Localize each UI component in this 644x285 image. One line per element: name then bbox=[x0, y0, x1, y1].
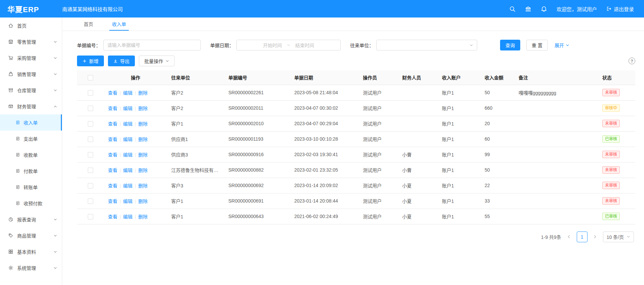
edit-link[interactable]: 编辑 bbox=[123, 199, 132, 204]
divider bbox=[120, 122, 120, 126]
sidebar-item-home[interactable]: 首页 bbox=[0, 17, 62, 34]
cell-date: 2023-01-14 20:09:02 bbox=[290, 178, 359, 193]
table-row: 查看编辑删除 客户1 SR00000000643 2021-06-02 00:2… bbox=[77, 209, 635, 224]
doc-no-input[interactable] bbox=[103, 40, 201, 50]
tab-home[interactable]: 首页 bbox=[81, 17, 96, 31]
view-link[interactable]: 查看 bbox=[108, 214, 117, 219]
sidebar-item-label: 仓库管理 bbox=[17, 87, 50, 94]
reset-button[interactable]: 重 置 bbox=[526, 40, 548, 50]
edit-link[interactable]: 编辑 bbox=[123, 183, 132, 188]
add-button[interactable]: 新增 bbox=[77, 56, 104, 66]
cell-account: 账户1 bbox=[438, 116, 481, 131]
delete-link[interactable]: 删除 bbox=[138, 106, 148, 111]
expand-label: 展开 bbox=[555, 42, 564, 48]
sidebar-item-system[interactable]: 系统管理 bbox=[0, 260, 62, 276]
page: { "colors": { "primary": "#1890ff", "sta… bbox=[0, 0, 644, 285]
partner-select[interactable] bbox=[376, 40, 477, 50]
tab-income[interactable]: 收入单 bbox=[109, 17, 129, 31]
row-checkbox[interactable] bbox=[88, 137, 93, 142]
table-row: 查看编辑删除 客户3 SR00000000692 2023-01-14 20:0… bbox=[77, 178, 635, 193]
sidebar-item-reports[interactable]: 报表查询 bbox=[0, 211, 62, 227]
view-link[interactable]: 查看 bbox=[108, 90, 117, 96]
row-checkbox[interactable] bbox=[88, 152, 93, 157]
row-checkbox[interactable] bbox=[88, 199, 93, 204]
basic-data-icon bbox=[8, 249, 13, 254]
edit-link[interactable]: 编辑 bbox=[123, 152, 132, 157]
delete-link[interactable]: 删除 bbox=[138, 121, 148, 127]
prev-page-button[interactable] bbox=[565, 231, 573, 242]
view-link[interactable]: 查看 bbox=[108, 106, 117, 111]
sidebar-subitem-receipt[interactable]: 收款单 bbox=[0, 147, 62, 163]
row-checkbox[interactable] bbox=[88, 106, 93, 111]
page-size-select[interactable]: 10 条/页 bbox=[603, 231, 634, 242]
app-logo[interactable]: 华夏ERP bbox=[0, 3, 62, 14]
sidebar-item-warehouse[interactable]: 仓库管理 bbox=[0, 82, 62, 98]
delete-link[interactable]: 删除 bbox=[138, 183, 148, 188]
sidebar-subitem-transfer[interactable]: 转账单 bbox=[0, 179, 62, 195]
bell-icon[interactable] bbox=[541, 6, 547, 12]
delete-link[interactable]: 删除 bbox=[138, 152, 148, 157]
delete-link[interactable]: 删除 bbox=[138, 137, 148, 142]
sidebar-item-label: 基本资料 bbox=[17, 248, 50, 255]
delete-link[interactable]: 删除 bbox=[138, 168, 148, 173]
cell-account: 账户1 bbox=[438, 85, 481, 100]
cell-finance-staff: 小夏 bbox=[398, 209, 438, 224]
cell-date: 2023-05-08 21:48:04 bbox=[290, 85, 359, 100]
search-button[interactable]: 查询 bbox=[500, 40, 520, 50]
export-button[interactable]: 导出 bbox=[108, 56, 135, 66]
divider bbox=[120, 107, 120, 111]
next-page-button[interactable] bbox=[592, 231, 599, 242]
edit-link[interactable]: 编辑 bbox=[123, 90, 132, 96]
edit-link[interactable]: 编辑 bbox=[123, 137, 132, 142]
row-checkbox[interactable] bbox=[88, 214, 93, 219]
cell-finance-staff: 小曹 bbox=[398, 162, 438, 178]
sidebar-subitem-expense[interactable]: 支出单 bbox=[0, 131, 62, 147]
edit-link[interactable]: 编辑 bbox=[123, 214, 132, 219]
sidebar-subitem-payment[interactable]: 付款单 bbox=[0, 163, 62, 179]
logout-button[interactable]: 退出登录 bbox=[606, 5, 634, 12]
bank-icon[interactable] bbox=[525, 6, 531, 12]
row-checkbox[interactable] bbox=[88, 168, 93, 173]
sidebar-item-retail[interactable]: 零售管理 bbox=[0, 34, 62, 50]
delete-link[interactable]: 删除 bbox=[138, 90, 148, 96]
batch-actions-button[interactable]: 批量操作 bbox=[139, 56, 175, 66]
help-icon[interactable]: ? bbox=[629, 58, 635, 64]
col-header-actions: 操作 bbox=[104, 70, 167, 85]
delete-link[interactable]: 删除 bbox=[138, 214, 148, 219]
date-range-picker[interactable]: 开始时间 ~ 结束时间 bbox=[236, 40, 341, 50]
sidebar-item-purchase[interactable]: 采购管理 bbox=[0, 50, 62, 66]
divider bbox=[120, 153, 120, 157]
row-checkbox[interactable] bbox=[88, 121, 93, 127]
row-checkbox[interactable] bbox=[88, 183, 93, 188]
sidebar: 首页 零售管理 采购管理 销售管理 仓库管理 财务管理 bbox=[0, 17, 62, 285]
expand-link[interactable]: 展开 bbox=[555, 42, 569, 48]
sidebar-subitem-advance[interactable]: 收预付款 bbox=[0, 195, 62, 211]
edit-link[interactable]: 编辑 bbox=[123, 121, 132, 127]
sidebar-item-goods[interactable]: 商品管理 bbox=[0, 227, 62, 244]
edit-link[interactable]: 编辑 bbox=[123, 106, 132, 111]
sidebar-item-basic-data[interactable]: 基本资料 bbox=[0, 244, 62, 260]
search-icon[interactable] bbox=[509, 6, 516, 12]
view-link[interactable]: 查看 bbox=[108, 168, 117, 173]
cell-date: 2023-04-07 00:29:04 bbox=[290, 116, 359, 131]
edit-link[interactable]: 编辑 bbox=[123, 168, 132, 173]
chevron-up-icon bbox=[53, 105, 57, 108]
cell-doc-no: SR00000000692 bbox=[224, 178, 290, 193]
batch-label: 批量操作 bbox=[144, 58, 163, 64]
view-link[interactable]: 查看 bbox=[108, 121, 117, 127]
select-all-checkbox[interactable] bbox=[88, 75, 93, 80]
delete-link[interactable]: 删除 bbox=[138, 199, 148, 204]
view-link[interactable]: 查看 bbox=[108, 152, 117, 157]
cell-remark bbox=[515, 193, 598, 209]
view-link[interactable]: 查看 bbox=[108, 199, 117, 204]
row-checkbox[interactable] bbox=[88, 90, 93, 96]
cell-account: 账户1 bbox=[438, 147, 481, 162]
view-link[interactable]: 查看 bbox=[108, 137, 117, 142]
sidebar-item-sales[interactable]: 销售管理 bbox=[0, 66, 62, 82]
view-link[interactable]: 查看 bbox=[108, 183, 117, 188]
divider bbox=[135, 215, 136, 219]
sidebar-item-finance[interactable]: 财务管理 bbox=[0, 98, 62, 114]
page-size-label: 10 条/页 bbox=[607, 234, 624, 240]
page-number-button[interactable]: 1 bbox=[577, 231, 588, 242]
sidebar-subitem-income[interactable]: 收入单 bbox=[0, 114, 62, 131]
